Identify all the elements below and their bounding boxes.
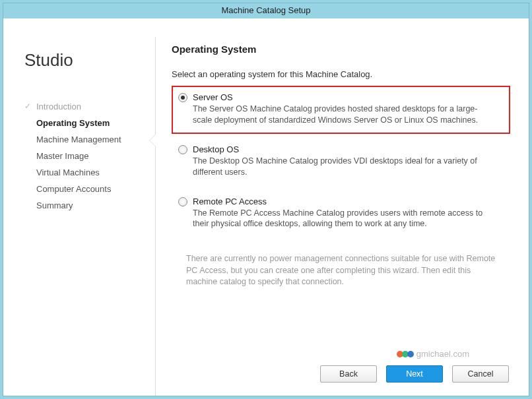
- wizard-steps: Introduction Operating System Machine Ma…: [24, 98, 143, 214]
- step-summary[interactable]: Summary: [24, 197, 143, 214]
- wizard-window: Machine Catalog Setup Studio Introductio…: [3, 3, 529, 396]
- studio-title: Studio: [24, 50, 143, 71]
- sidebar: Studio Introduction Operating System Mac…: [24, 37, 150, 396]
- step-master-image[interactable]: Master Image: [24, 148, 143, 164]
- watermark-text: gmichael.com: [416, 349, 469, 359]
- back-button[interactable]: Back: [320, 365, 377, 383]
- option-desktop-os[interactable]: Desktop OS The Desktop OS Machine Catalo…: [172, 138, 510, 186]
- radio-icon[interactable]: [178, 145, 187, 154]
- wizard-body: Studio Introduction Operating System Mac…: [3, 18, 529, 396]
- option-desc: The Desktop OS Machine Catalog provides …: [193, 156, 496, 178]
- step-virtual-machines[interactable]: Virtual Machines: [24, 164, 143, 181]
- option-desc: The Remote PC Access Machine Catalog pro…: [193, 208, 496, 230]
- os-option-group: Server OS The Server OS Machine Catalog …: [172, 86, 510, 237]
- wizard-footer: Back Next Cancel: [320, 365, 509, 383]
- option-title: Desktop OS: [193, 144, 239, 154]
- step-computer-accounts[interactable]: Computer Accounts: [24, 181, 143, 197]
- option-desc: The Server OS Machine Catalog provides h…: [193, 104, 496, 126]
- window-title: Machine Catalog Setup: [3, 3, 529, 18]
- logo-dot-icon: [407, 351, 414, 357]
- option-server-os[interactable]: Server OS The Server OS Machine Catalog …: [172, 86, 510, 134]
- option-title: Remote PC Access: [193, 197, 267, 206]
- option-remote-pc[interactable]: Remote PC Access The Remote PC Access Ma…: [172, 190, 510, 238]
- info-note: There are currently no power management …: [186, 253, 496, 288]
- step-machine-management[interactable]: Machine Management: [24, 131, 143, 148]
- step-operating-system[interactable]: Operating System: [24, 115, 143, 131]
- step-introduction[interactable]: Introduction: [24, 98, 143, 115]
- cancel-button[interactable]: Cancel: [452, 365, 509, 383]
- watermark: gmichael.com: [397, 349, 469, 359]
- next-button[interactable]: Next: [386, 365, 443, 383]
- vertical-divider: [155, 37, 156, 396]
- page-heading: Operating System: [172, 44, 510, 55]
- radio-icon[interactable]: [178, 197, 187, 206]
- option-title: Server OS: [193, 92, 233, 102]
- main-panel: Operating System Select an operating sys…: [172, 37, 510, 396]
- instruction-text: Select an operating system for this Mach…: [172, 69, 510, 79]
- radio-icon[interactable]: [178, 93, 187, 102]
